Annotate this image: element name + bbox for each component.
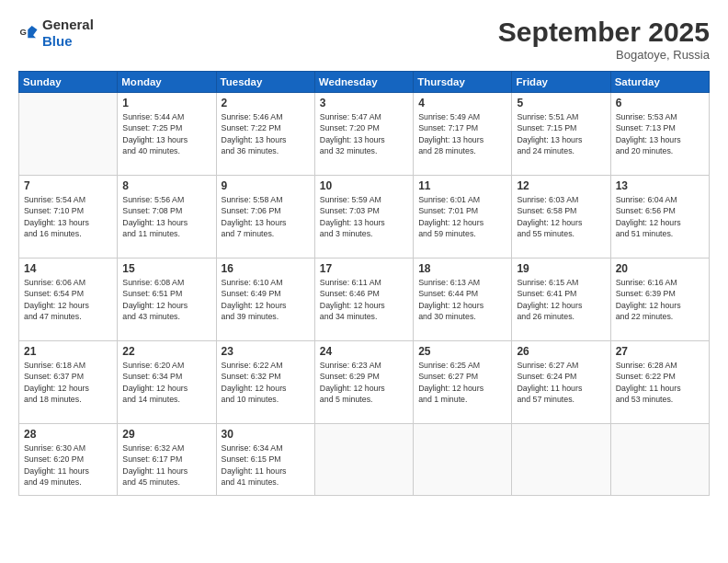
day-info: Sunrise: 6:32 AM Sunset: 6:17 PM Dayligh… [122, 442, 210, 488]
calendar-cell [19, 93, 118, 176]
day-info: Sunrise: 6:01 AM Sunset: 7:01 PM Dayligh… [418, 194, 506, 239]
day-info: Sunrise: 6:10 AM Sunset: 6:49 PM Dayligh… [222, 277, 310, 322]
weekday-header-saturday: Saturday [610, 72, 709, 93]
calendar-table: SundayMondayTuesdayWednesdayThursdayFrid… [18, 71, 710, 496]
day-info: Sunrise: 6:13 AM Sunset: 6:44 PM Dayligh… [418, 277, 506, 322]
day-info: Sunrise: 5:46 AM Sunset: 7:22 PM Dayligh… [222, 111, 310, 156]
day-info: Sunrise: 5:56 AM Sunset: 7:08 PM Dayligh… [122, 194, 210, 239]
day-number: 11 [418, 179, 506, 192]
day-info: Sunrise: 5:59 AM Sunset: 7:03 PM Dayligh… [320, 194, 408, 239]
day-info: Sunrise: 6:18 AM Sunset: 6:37 PM Dayligh… [24, 360, 112, 405]
day-info: Sunrise: 6:25 AM Sunset: 6:27 PM Dayligh… [418, 360, 506, 405]
day-info: Sunrise: 6:23 AM Sunset: 6:29 PM Dayligh… [320, 360, 408, 405]
day-number: 18 [418, 262, 506, 275]
svg-text:G: G [19, 27, 26, 37]
day-number: 23 [222, 345, 310, 358]
day-number: 2 [222, 97, 310, 109]
day-number: 7 [24, 179, 112, 192]
calendar-cell: 10Sunrise: 5:59 AM Sunset: 7:03 PM Dayli… [314, 176, 413, 259]
day-number: 9 [222, 179, 310, 192]
day-number: 24 [320, 345, 408, 358]
weekday-header-friday: Friday [512, 72, 610, 93]
day-info: Sunrise: 6:11 AM Sunset: 6:46 PM Dayligh… [320, 277, 408, 322]
day-number: 1 [122, 97, 210, 109]
day-info: Sunrise: 6:34 AM Sunset: 6:15 PM Dayligh… [222, 442, 310, 488]
calendar-cell: 12Sunrise: 6:03 AM Sunset: 6:58 PM Dayli… [512, 176, 610, 259]
weekday-header-sunday: Sunday [19, 72, 118, 93]
day-number: 16 [222, 262, 310, 275]
calendar-cell: 17Sunrise: 6:11 AM Sunset: 6:46 PM Dayli… [314, 259, 413, 341]
day-info: Sunrise: 6:15 AM Sunset: 6:41 PM Dayligh… [517, 277, 605, 322]
day-number: 27 [616, 345, 704, 358]
calendar-cell: 4Sunrise: 5:49 AM Sunset: 7:17 PM Daylig… [414, 93, 512, 176]
day-info: Sunrise: 6:20 AM Sunset: 6:34 PM Dayligh… [122, 360, 210, 405]
day-info: Sunrise: 6:30 AM Sunset: 6:20 PM Dayligh… [24, 442, 112, 488]
calendar-cell: 30Sunrise: 6:34 AM Sunset: 6:15 PM Dayli… [216, 424, 314, 496]
week-row-3: 14Sunrise: 6:06 AM Sunset: 6:54 PM Dayli… [19, 259, 710, 341]
day-number: 19 [517, 262, 605, 275]
day-number: 5 [517, 97, 605, 109]
calendar-cell: 20Sunrise: 6:16 AM Sunset: 6:39 PM Dayli… [610, 259, 709, 341]
calendar-cell: 7Sunrise: 5:54 AM Sunset: 7:10 PM Daylig… [19, 176, 118, 259]
calendar-cell [610, 424, 709, 496]
calendar-cell: 28Sunrise: 6:30 AM Sunset: 6:20 PM Dayli… [19, 424, 118, 496]
calendar-cell: 18Sunrise: 6:13 AM Sunset: 6:44 PM Dayli… [414, 259, 512, 341]
day-info: Sunrise: 6:22 AM Sunset: 6:32 PM Dayligh… [222, 360, 310, 405]
day-number: 3 [320, 97, 408, 109]
svg-marker-1 [28, 26, 37, 38]
logo: G General Blue [18, 17, 94, 50]
day-number: 30 [222, 428, 310, 441]
calendar-cell: 25Sunrise: 6:25 AM Sunset: 6:27 PM Dayli… [414, 341, 512, 424]
day-number: 14 [24, 262, 112, 275]
day-number: 12 [517, 179, 605, 192]
calendar-cell: 29Sunrise: 6:32 AM Sunset: 6:17 PM Dayli… [118, 424, 216, 496]
calendar-cell: 24Sunrise: 6:23 AM Sunset: 6:29 PM Dayli… [314, 341, 413, 424]
day-number: 15 [122, 262, 210, 275]
location: Bogatoye, Russia [498, 48, 710, 62]
day-number: 8 [122, 179, 210, 192]
day-info: Sunrise: 5:51 AM Sunset: 7:15 PM Dayligh… [517, 111, 605, 156]
calendar-cell: 8Sunrise: 5:56 AM Sunset: 7:08 PM Daylig… [118, 176, 216, 259]
logo-general: General [42, 17, 94, 32]
calendar-cell: 11Sunrise: 6:01 AM Sunset: 7:01 PM Dayli… [414, 176, 512, 259]
calendar-cell: 16Sunrise: 6:10 AM Sunset: 6:49 PM Dayli… [216, 259, 314, 341]
month-title: September 2025 [498, 17, 710, 48]
weekday-header-tuesday: Tuesday [216, 72, 314, 93]
day-number: 21 [24, 345, 112, 358]
calendar-cell: 21Sunrise: 6:18 AM Sunset: 6:37 PM Dayli… [19, 341, 118, 424]
calendar-cell: 6Sunrise: 5:53 AM Sunset: 7:13 PM Daylig… [610, 93, 709, 176]
calendar-cell: 14Sunrise: 6:06 AM Sunset: 6:54 PM Dayli… [19, 259, 118, 341]
week-row-4: 21Sunrise: 6:18 AM Sunset: 6:37 PM Dayli… [19, 341, 710, 424]
weekday-header-row: SundayMondayTuesdayWednesdayThursdayFrid… [19, 72, 710, 93]
day-number: 13 [616, 179, 704, 192]
day-info: Sunrise: 6:27 AM Sunset: 6:24 PM Dayligh… [517, 360, 605, 405]
logo-blue: Blue [42, 33, 73, 49]
day-number: 6 [616, 97, 704, 109]
day-info: Sunrise: 6:06 AM Sunset: 6:54 PM Dayligh… [24, 277, 112, 322]
calendar-cell [314, 424, 413, 496]
calendar-cell: 1Sunrise: 5:44 AM Sunset: 7:25 PM Daylig… [118, 93, 216, 176]
logo-icon: G [18, 23, 39, 43]
day-number: 29 [122, 428, 210, 441]
day-number: 28 [24, 428, 112, 441]
calendar-cell: 23Sunrise: 6:22 AM Sunset: 6:32 PM Dayli… [216, 341, 314, 424]
day-info: Sunrise: 5:53 AM Sunset: 7:13 PM Dayligh… [616, 111, 704, 156]
title-block: September 2025 Bogatoye, Russia [498, 17, 710, 62]
day-number: 25 [418, 345, 506, 358]
day-info: Sunrise: 5:49 AM Sunset: 7:17 PM Dayligh… [418, 111, 506, 156]
calendar-cell: 15Sunrise: 6:08 AM Sunset: 6:51 PM Dayli… [118, 259, 216, 341]
day-info: Sunrise: 5:47 AM Sunset: 7:20 PM Dayligh… [320, 111, 408, 156]
calendar-cell [414, 424, 512, 496]
page-header: G General Blue September 2025 Bogatoye, … [18, 17, 710, 62]
calendar-cell: 3Sunrise: 5:47 AM Sunset: 7:20 PM Daylig… [314, 93, 413, 176]
day-info: Sunrise: 5:54 AM Sunset: 7:10 PM Dayligh… [24, 194, 112, 239]
day-info: Sunrise: 5:58 AM Sunset: 7:06 PM Dayligh… [222, 194, 310, 239]
calendar-cell: 22Sunrise: 6:20 AM Sunset: 6:34 PM Dayli… [118, 341, 216, 424]
calendar-cell: 27Sunrise: 6:28 AM Sunset: 6:22 PM Dayli… [610, 341, 709, 424]
calendar-cell: 26Sunrise: 6:27 AM Sunset: 6:24 PM Dayli… [512, 341, 610, 424]
calendar-cell [512, 424, 610, 496]
day-info: Sunrise: 6:08 AM Sunset: 6:51 PM Dayligh… [122, 277, 210, 322]
calendar-cell: 2Sunrise: 5:46 AM Sunset: 7:22 PM Daylig… [216, 93, 314, 176]
day-number: 10 [320, 179, 408, 192]
day-number: 22 [122, 345, 210, 358]
